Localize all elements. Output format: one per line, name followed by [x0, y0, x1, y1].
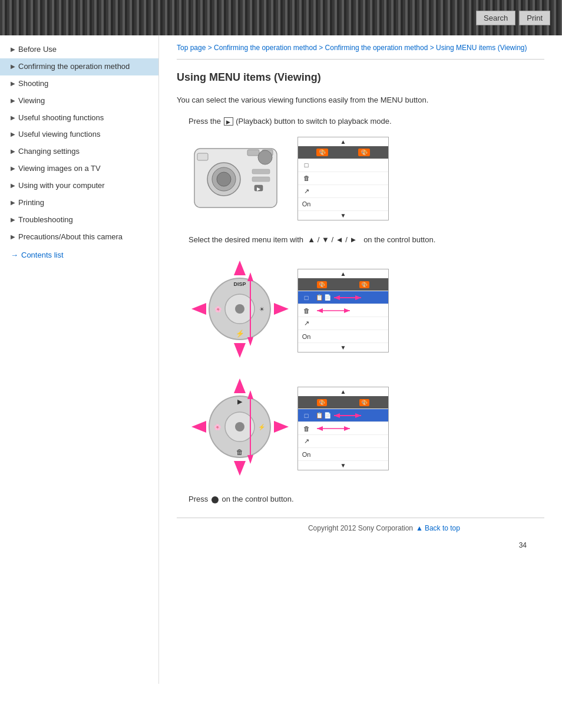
- menu-box-1: ▲ 🎨 🎨 □ 🗑 ↗ On: [297, 137, 389, 220]
- scroll-up-1: ▲: [298, 137, 388, 146]
- page-number: 34: [177, 538, 544, 552]
- chevron-right-icon: ▶: [11, 80, 15, 87]
- menu-icon-transfer: ↗: [301, 186, 312, 196]
- step4-text: Select the desired menu item with ▲ / ▼ …: [189, 234, 544, 246]
- chevron-right-icon: ▶: [11, 182, 15, 189]
- breadcrumb-part1[interactable]: Confirming the operation method: [214, 44, 317, 52]
- sidebar-item-precautions[interactable]: ▶ Precautions/About this camera: [0, 229, 158, 246]
- menu-header-row-1: 🎨 🎨: [298, 146, 388, 159]
- menu-panel-2: ▲ 🎨 🎨 □ 📋 📄: [297, 269, 389, 353]
- sidebar-item-viewing-tv[interactable]: ▶ Viewing images on a TV: [0, 160, 158, 177]
- chevron-right-icon: ▶: [11, 216, 15, 223]
- sidebar-item-troubleshooting[interactable]: ▶ Troubleshooting: [0, 212, 158, 229]
- intro-text: You can select the various viewing funct…: [177, 94, 544, 107]
- step5-text: Press on the control button.: [189, 493, 544, 506]
- sidebar-item-shooting[interactable]: ▶ Shooting: [0, 75, 158, 93]
- svg-text:🌸: 🌸: [214, 305, 222, 313]
- print-button[interactable]: Print: [519, 11, 550, 25]
- sidebar-item-changing-settings[interactable]: ▶ Changing settings: [0, 143, 158, 160]
- search-button[interactable]: Search: [476, 11, 515, 25]
- diagram-1: ▶ ▲ 🎨 🎨 □ 🗑 ↗: [189, 137, 544, 222]
- chevron-right-icon: ▶: [11, 148, 15, 154]
- back-to-top-link[interactable]: ▲ Back to top: [416, 524, 527, 532]
- svg-marker-13: [234, 343, 246, 358]
- menu-box-2: ▲ 🎨 🎨 □ 📋 📄: [297, 269, 389, 353]
- svg-marker-45: [247, 455, 253, 464]
- page-title: Using MENU items (Viewing): [177, 71, 544, 84]
- svg-point-22: [235, 304, 244, 314]
- diagram-2: DISP ⚡ 🌸 ☀ ▲ 🎨 🎨: [189, 258, 544, 364]
- svg-marker-48: [355, 413, 361, 418]
- svg-rect-8: [252, 169, 270, 174]
- copyright-text: Copyright 2012 Sony Corporation: [305, 524, 416, 532]
- scroll-down-1: ▼: [298, 211, 388, 220]
- breadcrumb-top[interactable]: Top page: [177, 44, 206, 52]
- menu-panel-3: ▲ 🎨 🎨 □ 📋 📄: [297, 387, 389, 470]
- contents-list-link[interactable]: → Contents list: [0, 246, 158, 264]
- sidebar-item-useful-viewing[interactable]: ▶ Useful viewing functions: [0, 126, 158, 143]
- svg-marker-34: [191, 421, 206, 433]
- menu-row-5-1: On: [298, 198, 388, 211]
- svg-text:🌸: 🌸: [214, 423, 222, 431]
- svg-text:☀: ☀: [259, 306, 265, 312]
- svg-marker-44: [247, 390, 253, 399]
- svg-text:⚡: ⚡: [258, 423, 266, 431]
- sidebar-item-confirming[interactable]: ▶ Confirming the operation method: [0, 58, 158, 75]
- svg-text:▶: ▶: [257, 186, 261, 192]
- chevron-right-icon: ▶: [11, 131, 15, 137]
- svg-marker-14: [191, 303, 206, 315]
- chevron-right-icon: ▶: [11, 199, 15, 206]
- svg-point-42: [235, 422, 244, 431]
- svg-rect-4: [197, 153, 208, 160]
- svg-marker-28: [355, 295, 361, 300]
- svg-text:⚡: ⚡: [236, 329, 244, 338]
- svg-marker-30: [317, 308, 323, 313]
- sidebar: ▶ Before Use ▶ Confirming the operation …: [0, 35, 159, 684]
- svg-marker-27: [334, 295, 340, 300]
- camera-svg-1: ▶: [189, 137, 292, 222]
- main-content: Top page > Confirming the operation meth…: [159, 35, 562, 684]
- svg-rect-5: [247, 150, 259, 156]
- chevron-right-icon: ▶: [11, 97, 15, 104]
- svg-marker-31: [344, 308, 350, 313]
- triangle-up-icon: ▲: [416, 524, 423, 532]
- sidebar-item-before-use[interactable]: ▶ Before Use: [0, 41, 158, 58]
- svg-text:🗑: 🗑: [236, 448, 243, 456]
- step1-text: Press the ▶ (Playback) button to switch …: [189, 116, 544, 128]
- breadcrumb-part2[interactable]: Confirming the operation method: [325, 44, 428, 52]
- svg-marker-50: [317, 426, 323, 431]
- svg-rect-9: [252, 177, 270, 182]
- svg-point-7: [258, 150, 272, 164]
- svg-point-3: [217, 172, 231, 186]
- menu-icon-trash: 🗑: [301, 173, 312, 183]
- sidebar-item-using-computer[interactable]: ▶ Using with your computer: [0, 177, 158, 195]
- chevron-right-icon: ▶: [11, 63, 15, 70]
- sidebar-item-useful-shooting[interactable]: ▶ Useful shooting functions: [0, 110, 158, 127]
- menu-icon-settings: On: [301, 199, 312, 209]
- svg-marker-35: [274, 421, 289, 433]
- svg-marker-47: [334, 413, 340, 418]
- control-pad-svg-2: DISP ⚡ 🌸 ☀: [189, 258, 292, 364]
- chevron-right-icon: ▶: [11, 233, 15, 240]
- header: Search Print: [0, 0, 562, 35]
- sidebar-item-viewing[interactable]: ▶ Viewing: [0, 93, 158, 110]
- menu-panel-1: ▲ 🎨 🎨 □ 🗑 ↗ On: [297, 137, 389, 220]
- sidebar-item-printing[interactable]: ▶ Printing: [0, 195, 158, 212]
- center-button-icon: [211, 496, 219, 503]
- breadcrumb: Top page > Confirming the operation meth…: [177, 35, 544, 60]
- menu-box-3: ▲ 🎨 🎨 □ 📋 📄: [297, 387, 389, 470]
- chevron-right-icon: ▶: [11, 114, 15, 121]
- footer: Copyright 2012 Sony Corporation ▲ Back t…: [177, 518, 544, 538]
- svg-marker-51: [344, 426, 350, 431]
- menu-row-3-1: 🗑: [298, 172, 388, 185]
- svg-text:DISP: DISP: [233, 281, 246, 287]
- svg-marker-12: [234, 261, 246, 275]
- svg-marker-15: [274, 303, 289, 315]
- svg-marker-24: [247, 272, 253, 281]
- menu-row-2-1: □: [298, 159, 388, 172]
- svg-text:▶: ▶: [237, 398, 243, 405]
- menu-row-4-1: ↗: [298, 185, 388, 198]
- menu-icon-folder: □: [301, 160, 312, 170]
- menu-row-selected-2: □ 📋 📄: [298, 291, 388, 304]
- breadcrumb-current[interactable]: Using MENU items (Viewing): [436, 44, 527, 52]
